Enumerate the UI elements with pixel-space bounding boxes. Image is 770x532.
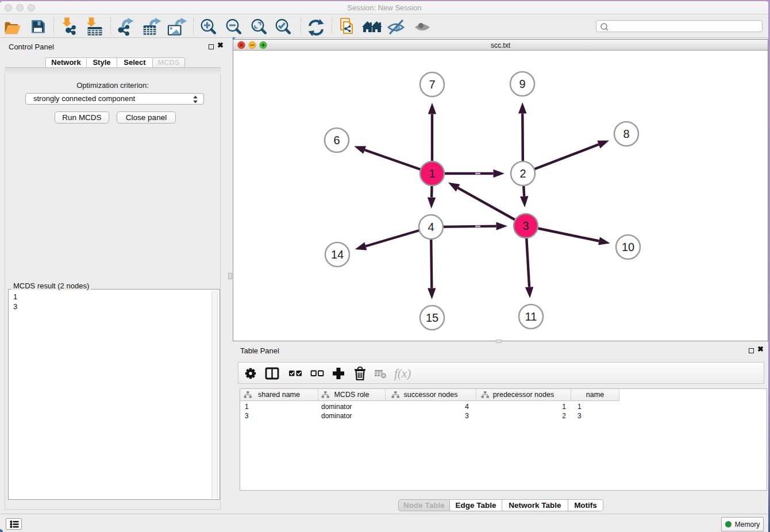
svg-text:3: 3 <box>522 219 529 232</box>
svg-text:15: 15 <box>426 311 438 324</box>
svg-text:4: 4 <box>428 221 434 233</box>
svg-text:14: 14 <box>331 248 344 261</box>
svg-text:f(x): f(x) <box>394 367 411 380</box>
svg-text:10: 10 <box>622 241 634 253</box>
svg-text:8: 8 <box>623 128 629 140</box>
svg-text:6: 6 <box>333 134 340 147</box>
svg-text:11: 11 <box>525 310 537 323</box>
svg-text:7: 7 <box>429 78 435 91</box>
svg-text:1: 1 <box>429 167 435 180</box>
svg-text:2: 2 <box>519 167 526 180</box>
svg-text:9: 9 <box>519 78 525 90</box>
